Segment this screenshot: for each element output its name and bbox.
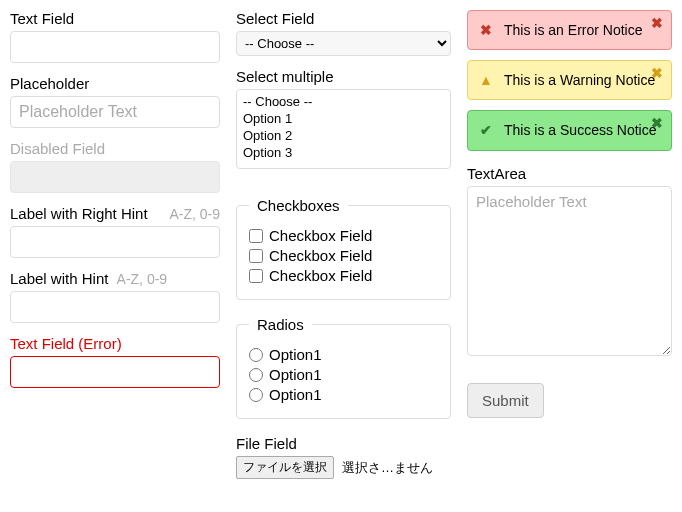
inline-hint-input[interactable]	[10, 291, 220, 323]
text-field-label: Text Field	[10, 10, 74, 27]
checkbox-fieldset: Checkboxes Checkbox Field Checkbox Field…	[236, 197, 451, 300]
success-notice: ✔ This is a Success Notice ✖	[467, 110, 672, 150]
success-notice-text: This is a Success Notice	[504, 121, 661, 139]
radio-legend: Radios	[249, 316, 312, 333]
select-multiple-group: Select multiple -- Choose -- Option 1 Op…	[236, 68, 451, 169]
close-icon[interactable]: ✖	[651, 115, 663, 131]
error-notice: ✖ This is an Error Notice ✖	[467, 10, 672, 50]
checkbox-row[interactable]: Checkbox Field	[249, 267, 438, 284]
success-icon: ✔	[478, 122, 494, 138]
placeholder-field-input[interactable]	[10, 96, 220, 128]
select-option[interactable]: -- Choose --	[241, 93, 446, 110]
placeholder-field-group: Placeholder	[10, 75, 220, 128]
checkbox-label: Checkbox Field	[269, 247, 372, 264]
text-field-input[interactable]	[10, 31, 220, 63]
radio-row[interactable]: Option1	[249, 386, 438, 403]
inline-hint-text: A-Z, 0-9	[117, 271, 168, 287]
checkbox-input[interactable]	[249, 229, 263, 243]
select-field-input[interactable]: -- Choose --	[236, 31, 451, 56]
file-field-group: File Field ファイルを選択 選択さ…ません	[236, 435, 451, 479]
inline-hint-field-group: Label with Hint A-Z, 0-9	[10, 270, 220, 323]
checkbox-row[interactable]: Checkbox Field	[249, 247, 438, 264]
radio-row[interactable]: Option1	[249, 366, 438, 383]
radio-input[interactable]	[249, 388, 263, 402]
checkbox-row[interactable]: Checkbox Field	[249, 227, 438, 244]
checkbox-label: Checkbox Field	[269, 267, 372, 284]
error-field-label: Text Field (Error)	[10, 335, 122, 352]
checkbox-input[interactable]	[249, 269, 263, 283]
radio-input[interactable]	[249, 368, 263, 382]
select-field-label: Select Field	[236, 10, 314, 27]
right-hint-label: Label with Right Hint	[10, 205, 148, 222]
textarea-group: TextArea	[467, 165, 672, 359]
warning-notice-text: This is a Warning Notice	[504, 71, 661, 89]
right-hint-text: A-Z, 0-9	[169, 206, 220, 222]
error-icon: ✖	[478, 22, 494, 38]
right-hint-input[interactable]	[10, 226, 220, 258]
error-notice-text: This is an Error Notice	[504, 21, 661, 39]
text-field-group: Text Field	[10, 10, 220, 63]
checkbox-legend: Checkboxes	[249, 197, 348, 214]
right-column: ✖ This is an Error Notice ✖ ▲ This is a …	[467, 10, 672, 491]
inline-hint-label: Label with Hint	[10, 270, 108, 287]
textarea-label: TextArea	[467, 165, 526, 182]
warning-icon: ▲	[478, 72, 494, 88]
checkbox-label: Checkbox Field	[269, 227, 372, 244]
radio-fieldset: Radios Option1 Option1 Option1	[236, 316, 451, 419]
error-field-input[interactable]	[10, 356, 220, 388]
radio-input[interactable]	[249, 348, 263, 362]
file-status-text: 選択さ…ません	[342, 459, 433, 477]
disabled-field-group: Disabled Field	[10, 140, 220, 193]
select-option[interactable]: Option 3	[241, 144, 446, 161]
select-field-group: Select Field -- Choose --	[236, 10, 451, 56]
textarea-input[interactable]	[467, 186, 672, 356]
submit-button[interactable]: Submit	[467, 383, 544, 418]
disabled-field-input	[10, 161, 220, 193]
radio-label: Option1	[269, 366, 322, 383]
close-icon[interactable]: ✖	[651, 65, 663, 81]
right-hint-field-group: Label with Right Hint A-Z, 0-9	[10, 205, 220, 258]
select-option[interactable]: Option 1	[241, 110, 446, 127]
select-option[interactable]: Option 2	[241, 127, 446, 144]
radio-label: Option1	[269, 386, 322, 403]
middle-column: Select Field -- Choose -- Select multipl…	[236, 10, 451, 491]
error-field-group: Text Field (Error)	[10, 335, 220, 388]
select-multiple-label: Select multiple	[236, 68, 334, 85]
placeholder-field-label: Placeholder	[10, 75, 89, 92]
radio-row[interactable]: Option1	[249, 346, 438, 363]
close-icon[interactable]: ✖	[651, 15, 663, 31]
select-multiple-input[interactable]: -- Choose -- Option 1 Option 2 Option 3	[236, 89, 451, 169]
radio-label: Option1	[269, 346, 322, 363]
left-column: Text Field Placeholder Disabled Field La…	[10, 10, 220, 491]
checkbox-input[interactable]	[249, 249, 263, 263]
file-choose-button[interactable]: ファイルを選択	[236, 456, 334, 479]
disabled-field-label: Disabled Field	[10, 140, 105, 157]
warning-notice: ▲ This is a Warning Notice ✖	[467, 60, 672, 100]
file-field-label: File Field	[236, 435, 297, 452]
